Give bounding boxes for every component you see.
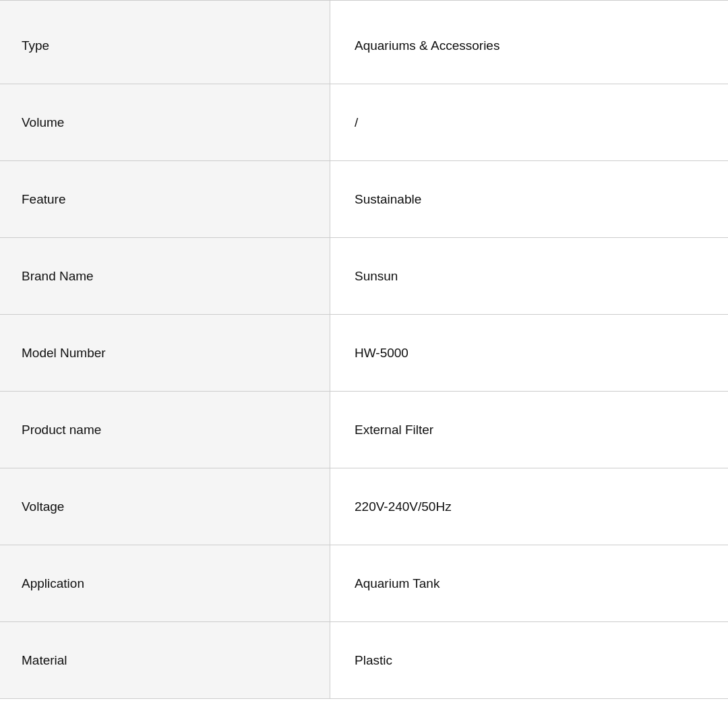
spec-label-volume: Volume — [0, 84, 330, 160]
spec-value-model-number: HW-5000 — [330, 315, 728, 391]
spec-label-application: Application — [0, 545, 330, 621]
spec-label-voltage: Voltage — [0, 468, 330, 545]
spec-row-model-number: Model NumberHW-5000 — [0, 315, 728, 392]
spec-value-voltage: 220V-240V/50Hz — [330, 468, 728, 545]
spec-value-feature: Sustainable — [330, 161, 728, 237]
spec-value-partial — [330, 1, 728, 7]
spec-row-material: MaterialPlastic — [0, 622, 728, 699]
spec-value-product-name: External Filter — [330, 392, 728, 468]
spec-row-product-name: Product nameExternal Filter — [0, 392, 728, 468]
spec-value-brand-name: Sunsun — [330, 238, 728, 314]
spec-value-material: Plastic — [330, 622, 728, 698]
spec-row-brand-name: Brand NameSunsun — [0, 238, 728, 315]
spec-row-application: ApplicationAquarium Tank — [0, 545, 728, 622]
spec-value-application: Aquarium Tank — [330, 545, 728, 621]
spec-label-type: Type — [0, 7, 330, 84]
product-specs-table: TypeAquariums & AccessoriesVolume/Featur… — [0, 0, 728, 703]
spec-value-volume: / — [330, 84, 728, 160]
spec-label-material: Material — [0, 622, 330, 698]
spec-label-model-number: Model Number — [0, 315, 330, 391]
specs-grid: TypeAquariums & AccessoriesVolume/Featur… — [0, 0, 728, 699]
spec-row-type: TypeAquariums & Accessories — [0, 7, 728, 84]
spec-value-type: Aquariums & Accessories — [330, 7, 728, 84]
spec-label-feature: Feature — [0, 161, 330, 237]
spec-label-product-name: Product name — [0, 392, 330, 468]
spec-row-partial-top — [0, 1, 728, 7]
spec-label-partial — [0, 1, 330, 7]
spec-row-feature: FeatureSustainable — [0, 161, 728, 238]
spec-label-brand-name: Brand Name — [0, 238, 330, 314]
spec-row-volume: Volume/ — [0, 84, 728, 161]
spec-row-voltage: Voltage220V-240V/50Hz — [0, 468, 728, 545]
